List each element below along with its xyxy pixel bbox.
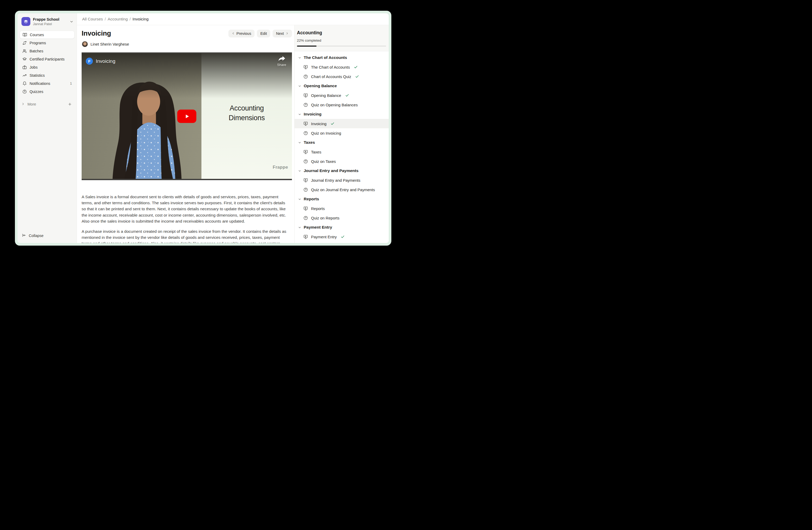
- bell-icon: [22, 81, 27, 86]
- outline-section-invoicing[interactable]: Invoicing: [294, 110, 389, 119]
- outline-item-label: Chart of Accounts Quiz: [311, 74, 351, 79]
- outline-item-chart-of-accounts-quiz[interactable]: Chart of Accounts Quiz: [294, 72, 389, 81]
- edit-button[interactable]: Edit: [257, 30, 270, 38]
- outline-section-taxes[interactable]: Taxes: [294, 138, 389, 147]
- sidebar-item-label: Programs: [30, 41, 46, 45]
- app-frame: Frappe School Jannat Patel CoursesProgra…: [15, 11, 391, 246]
- chevron-down-icon: [298, 197, 301, 201]
- outline-item-payment-entry[interactable]: Payment Entry: [294, 232, 389, 241]
- outline-item-opening-balance[interactable]: Opening Balance: [294, 90, 389, 100]
- sidebar-collapse-button[interactable]: Collapse: [17, 229, 77, 243]
- monitor-play-icon: [303, 234, 308, 239]
- school-switcher[interactable]: Frappe School Jannat Patel: [17, 13, 77, 29]
- video-player[interactable]: Accounting Dimensions F Invoicing: [82, 52, 292, 180]
- outline-section-title: Reports: [304, 197, 319, 201]
- outline-item-quiz-on-invoicing[interactable]: Quiz on Invoicing: [294, 128, 389, 138]
- sidebar-item-label: Statistics: [30, 73, 45, 78]
- outline-item-taxes[interactable]: Taxes: [294, 147, 389, 157]
- outline-item-reports[interactable]: Reports: [294, 204, 389, 213]
- breadcrumb-accounting[interactable]: Accounting: [108, 17, 128, 22]
- outline-item-journal-entry-and-payments[interactable]: Journal Entry and Payments: [294, 176, 389, 185]
- chevron-down-icon[interactable]: [70, 20, 73, 24]
- video-title[interactable]: Invoicing: [96, 58, 115, 64]
- sidebar: Frappe School Jannat Patel CoursesProgra…: [17, 13, 77, 243]
- sidebar-item-label: Batches: [30, 49, 43, 53]
- lesson-paragraph: A Sales invoice is a formal document sen…: [82, 194, 287, 224]
- sidebar-item-quizzes[interactable]: Quizzes: [20, 87, 75, 96]
- breadcrumb-current: Invoicing: [133, 17, 149, 22]
- users-icon: [22, 49, 27, 53]
- sidebar-item-programs[interactable]: Programs: [20, 39, 75, 47]
- outline-item-quiz-on-opening-balances[interactable]: Quiz on Opening Balances: [294, 100, 389, 110]
- outline-item-label: The Chart of Accounts: [311, 65, 350, 69]
- channel-avatar[interactable]: F: [86, 58, 93, 65]
- sidebar-item-notifications[interactable]: Notifications1: [20, 79, 75, 87]
- lesson-paragraph: A purchase invoice is a document created…: [82, 228, 287, 243]
- outline-item-label: Invoicing: [311, 122, 327, 126]
- sidebar-item-batches[interactable]: Batches: [20, 47, 75, 55]
- outline-section-the-chart-of-accounts[interactable]: The Chart of Accounts: [294, 53, 389, 62]
- question-circle-icon: [303, 187, 308, 192]
- sidebar-item-courses[interactable]: Courses: [20, 31, 75, 39]
- outline-section-title: The Chart of Accounts: [304, 55, 347, 60]
- briefcase-icon: [22, 65, 27, 70]
- more-label: More: [28, 102, 36, 106]
- lesson-pane: Invoicing Previous Edit Next: [77, 25, 294, 243]
- sidebar-item-label: Jobs: [30, 65, 38, 69]
- outline-item-invoicing[interactable]: Invoicing: [294, 119, 389, 128]
- question-circle-icon: [303, 102, 308, 107]
- course-outline-header: Accounting 22% completed: [294, 25, 389, 51]
- outline-item-quiz-on-reports[interactable]: Quiz on Reports: [294, 213, 389, 223]
- outline-item-quiz-on-journal-entry-and-payments[interactable]: Quiz on Journal Entry and Payments: [294, 185, 389, 194]
- monitor-play-icon: [303, 65, 308, 70]
- route-icon: [22, 41, 27, 45]
- check-icon: [340, 235, 345, 239]
- sidebar-item-jobs[interactable]: Jobs: [20, 63, 75, 71]
- next-button[interactable]: Next: [273, 30, 292, 38]
- question-circle-icon: [303, 159, 308, 164]
- outline-section-title: Taxes: [304, 140, 315, 145]
- question-circle-icon: [303, 74, 308, 79]
- breadcrumb-all-courses[interactable]: All Courses: [82, 17, 103, 22]
- play-button[interactable]: [177, 110, 197, 123]
- outline-item-label: Opening Balance: [311, 93, 341, 98]
- plus-icon[interactable]: [68, 102, 72, 106]
- course-outline: Accounting 22% completed The Chart of Ac…: [294, 25, 389, 243]
- outline-item-label: Quiz on Journal Entry and Payments: [311, 187, 375, 192]
- sidebar-more[interactable]: More: [17, 100, 77, 108]
- page-title: Invoicing: [82, 29, 111, 38]
- chevron-down-icon: [298, 113, 301, 116]
- video-watermark: Frappe: [273, 165, 288, 170]
- chevron-left-icon: [232, 32, 235, 35]
- outline-section-opening-balance[interactable]: Opening Balance: [294, 81, 389, 90]
- collapse-icon: [22, 233, 26, 238]
- outline-section-payment-entry[interactable]: Payment Entry: [294, 223, 389, 232]
- collapse-label: Collapse: [29, 234, 43, 238]
- chevron-down-icon: [298, 226, 301, 229]
- previous-button[interactable]: Previous: [228, 30, 255, 38]
- author-name: Linet Sherin Varghese: [90, 42, 129, 46]
- chevron-down-icon: [298, 84, 301, 88]
- course-progress-bar: [297, 45, 386, 46]
- outline-item-the-chart-of-accounts[interactable]: The Chart of Accounts: [294, 62, 389, 72]
- trending-up-icon: [22, 73, 27, 78]
- chevron-down-icon: [298, 56, 301, 59]
- outline-section-title: Opening Balance: [304, 84, 337, 88]
- monitor-play-icon: [303, 178, 308, 183]
- outline-section-journal-entry-and-payments[interactable]: Journal Entry and Payments: [294, 166, 389, 176]
- avatar: [82, 41, 88, 47]
- outline-item-quiz-on-taxes[interactable]: Quiz on Taxes: [294, 157, 389, 166]
- graduation-cap-logo-icon: [23, 19, 29, 24]
- video-progress-track[interactable]: [82, 179, 292, 180]
- outline-section-title: Journal Entry and Payments: [304, 168, 358, 173]
- share-button[interactable]: Share: [277, 56, 286, 67]
- sidebar-item-statistics[interactable]: Statistics: [20, 71, 75, 79]
- sidebar-item-label: Notifications: [30, 81, 50, 86]
- help-circle-icon: [22, 89, 27, 94]
- sidebar-item-label: Courses: [30, 33, 44, 37]
- video-top-edge: [82, 52, 292, 53]
- play-icon: [183, 113, 190, 120]
- chevron-down-icon: [298, 169, 301, 172]
- outline-section-reports[interactable]: Reports: [294, 194, 389, 204]
- sidebar-item-certified-participants[interactable]: Certified Participants: [20, 55, 75, 63]
